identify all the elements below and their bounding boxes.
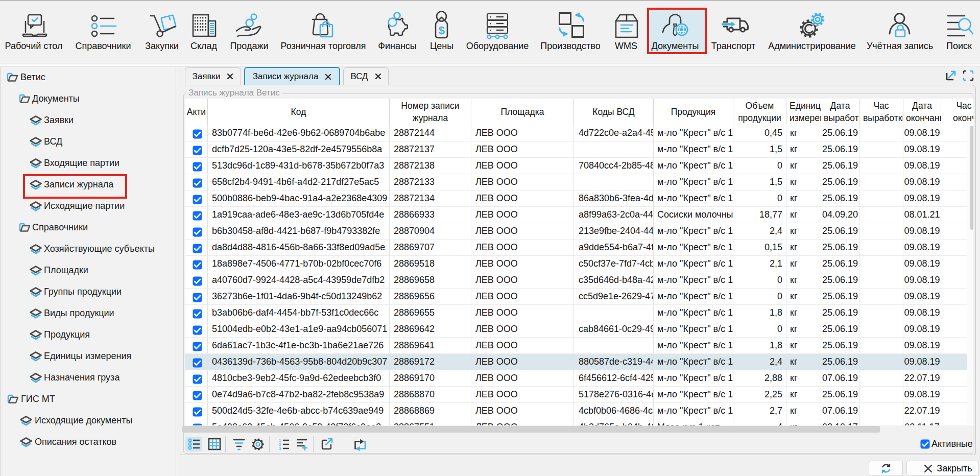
svg-text:3: 3 bbox=[279, 446, 281, 451]
svg-text:$: $ bbox=[439, 24, 445, 37]
